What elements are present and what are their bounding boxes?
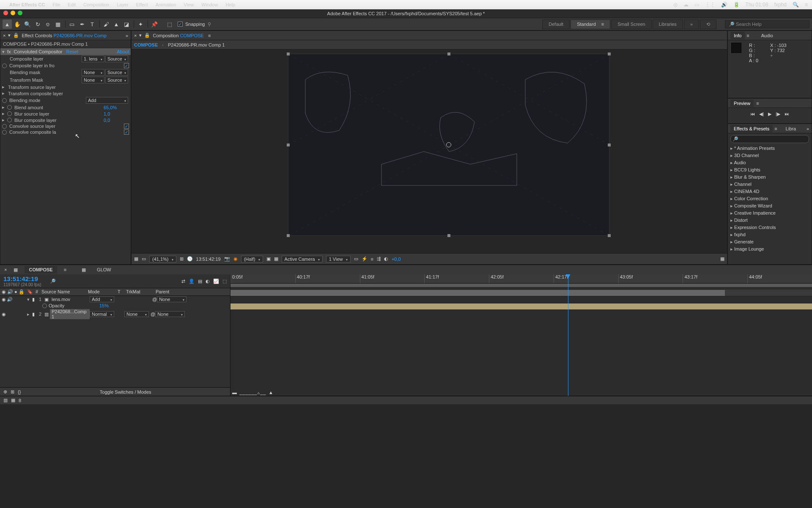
zoom-dropdown[interactable]: (41,1%)	[149, 256, 176, 262]
zoom-slider[interactable]: ⎯⎯⎯⎯⎯⎯△⎯⎯	[239, 390, 266, 395]
info-menu-icon[interactable]: ≡	[746, 33, 749, 38]
video-switch-icon[interactable]: ◉	[2, 297, 7, 302]
menu-window[interactable]: Window	[201, 2, 218, 7]
layer1-parent-dropdown[interactable]: None	[157, 296, 187, 302]
frame-blend-icon[interactable]: ▤	[198, 279, 202, 284]
selection-tool[interactable]: ▲	[3, 19, 12, 29]
audio-tab[interactable]: Audio	[758, 32, 776, 39]
last-frame-icon[interactable]: ⏭	[785, 111, 789, 117]
comp-crumb-active[interactable]: COMPOSE	[134, 42, 158, 47]
lock-icon[interactable]: 🔒	[13, 33, 19, 38]
comp-footer-menu-icon[interactable]: ▦	[720, 256, 724, 262]
status-screen-icon[interactable]: ◎	[673, 2, 678, 8]
effects-category-item[interactable]: CINEMA 4D	[728, 188, 812, 195]
comp-crumb-next[interactable]: P2420686-PR.mov Comp 1	[168, 42, 225, 47]
status-cloud-icon[interactable]: ☁	[683, 2, 689, 8]
track-layer2[interactable]	[230, 303, 812, 310]
status-user[interactable]: fxphd	[774, 2, 787, 8]
layer2-mode-dropdown[interactable]: Normal	[90, 311, 114, 317]
flowchart-icon[interactable]: ⇶	[377, 256, 381, 262]
layer1-mode-dropdown[interactable]: Add	[90, 296, 114, 302]
effects-category-item[interactable]: Image Lounge	[728, 246, 812, 253]
hand-tool[interactable]: ✋	[13, 19, 22, 29]
resolution-dropdown[interactable]: (Half)	[241, 256, 263, 262]
timeline-icon[interactable]: ▦	[82, 267, 86, 273]
convolve-composite-checkbox[interactable]	[124, 130, 129, 135]
preview-menu-icon[interactable]: ≡	[756, 101, 759, 106]
composition-viewer[interactable]	[132, 50, 727, 253]
play-icon[interactable]: ▶	[768, 111, 771, 117]
stopwatch-icon[interactable]	[7, 105, 12, 110]
snapping-checkbox[interactable]	[178, 22, 183, 27]
timeline-tab-compose[interactable]: COMPOSE	[25, 266, 57, 273]
timeline-icon[interactable]: ▦	[14, 267, 18, 273]
pan-behind-tool[interactable]: ▦	[53, 19, 63, 29]
workspace-reset-icon[interactable]: ⟲	[700, 19, 716, 29]
track-layer1[interactable]	[230, 290, 812, 296]
render-queue-icon[interactable]: ▦	[11, 398, 15, 403]
bpc-icon[interactable]: 8	[19, 398, 21, 403]
snapshot-icon[interactable]: 📷	[224, 256, 230, 262]
time-ruler[interactable]: 0:05f40:17f41:05f41:17f42:05f42:17f43:05…	[230, 274, 812, 284]
video-switch-icon[interactable]: ◉	[2, 312, 7, 317]
channel-icon[interactable]: ◉	[233, 256, 238, 262]
status-clock[interactable]: Thu 01:08	[746, 2, 768, 8]
panel-close-icon[interactable]: ×	[3, 33, 5, 38]
menu-animation[interactable]: Animation	[156, 2, 176, 7]
twirl-icon[interactable]: ▸	[27, 312, 32, 317]
next-frame-icon[interactable]: |▶	[776, 111, 780, 117]
zoom-in-icon[interactable]: ▲	[269, 390, 273, 395]
effect-reset[interactable]: Reset	[66, 49, 79, 54]
comp-mini-flowchart-icon[interactable]: ⇄	[181, 279, 185, 284]
views-dropdown[interactable]: 1 View	[326, 256, 351, 262]
camera-dropdown[interactable]: Active Camera	[282, 256, 323, 262]
panel-overflow-icon[interactable]: »	[126, 33, 128, 38]
blur-composite-value[interactable]: 0,0	[104, 118, 129, 123]
workspace-libraries[interactable]: Libraries	[653, 19, 683, 29]
roi-icon[interactable]: ▣	[266, 256, 271, 262]
menu-view[interactable]: View	[184, 2, 194, 7]
project-icon[interactable]: ▥	[3, 398, 8, 403]
workspace-smallscreen[interactable]: Small Screen	[611, 19, 651, 29]
camera-tool[interactable]: ⎊	[43, 19, 52, 29]
effects-category-item[interactable]: Expression Controls	[728, 224, 812, 231]
layer-row-1[interactable]: ◉ 🔊 ▾ ▮ 1 ▣ lens.mov Add @ None	[0, 296, 230, 303]
fx-badge-icon[interactable]: fx	[7, 49, 11, 54]
notification-icon[interactable]: ≡	[805, 2, 808, 8]
ep-overflow-icon[interactable]: »	[807, 126, 809, 131]
work-area-bar[interactable]	[230, 284, 812, 287]
audio-switch-icon[interactable]: 🔊	[7, 297, 12, 302]
panel-menu-icon[interactable]: ▾	[8, 33, 11, 38]
pen-tool[interactable]: ✒	[77, 19, 87, 29]
transform-mask-source-dropdown[interactable]: Source	[105, 77, 128, 83]
render-icon[interactable]: ▭	[142, 256, 146, 262]
convolve-source-checkbox[interactable]	[124, 124, 129, 129]
stopwatch-icon[interactable]	[7, 111, 12, 116]
panel-close-icon[interactable]: ×	[4, 267, 7, 272]
stopwatch-icon[interactable]	[42, 304, 47, 308]
blend-amount-value[interactable]: 65,0%	[104, 105, 129, 110]
layer2-parent-dropdown[interactable]: None	[155, 311, 185, 317]
stopwatch-icon[interactable]	[2, 64, 7, 68]
panel-options-icon[interactable]: ≡	[208, 33, 211, 38]
layer-row-2[interactable]: ◉ ▸ ▮ 2 ▥ P242068...Comp 1 Normal None @…	[0, 309, 230, 320]
libraries-tab[interactable]: Libra	[782, 125, 799, 133]
minimize-icon[interactable]	[11, 11, 15, 15]
info-tab[interactable]: Info	[730, 32, 745, 39]
tab-options-icon[interactable]: ≡	[64, 267, 66, 272]
effects-category-item[interactable]: Composite Wizard	[728, 202, 812, 210]
draft-3d-icon[interactable]: ⬚	[222, 279, 227, 284]
panel-menu-icon[interactable]: ▾	[139, 33, 142, 38]
effects-category-item[interactable]: Distort	[728, 217, 812, 224]
composite-in-front-checkbox[interactable]	[124, 63, 129, 68]
stopwatch-icon[interactable]	[7, 118, 12, 122]
effect-controls-comp-name[interactable]: P2420686-PR.mov Comp	[53, 33, 106, 38]
parent-pickwhip-icon[interactable]: @	[152, 297, 157, 302]
maximize-icon[interactable]	[18, 11, 22, 15]
puppet-tool[interactable]: 📌	[150, 19, 159, 29]
effects-presets-list[interactable]: * Animation Presets3D ChannelAudioBCC9 L…	[728, 145, 812, 264]
effects-category-item[interactable]: fxphd	[728, 231, 812, 238]
effects-category-item[interactable]: BCC9 Lights	[728, 166, 812, 174]
reset-exposure-icon[interactable]: ◐	[384, 256, 388, 262]
transparency-grid-icon[interactable]: ▦	[274, 256, 278, 262]
